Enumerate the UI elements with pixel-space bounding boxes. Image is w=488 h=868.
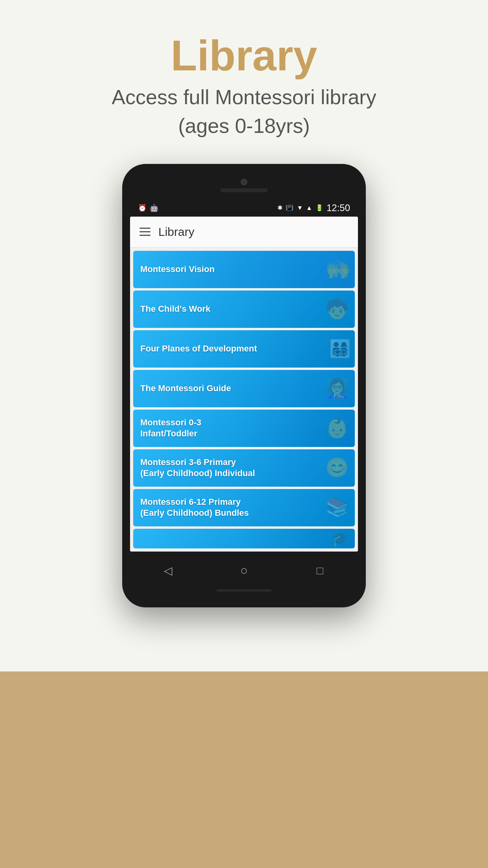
phone-speaker — [220, 188, 268, 192]
phone-top-bezel — [130, 172, 358, 199]
phone-chin — [216, 589, 272, 592]
item-label: Montessori 6-12 Primary (Early Childhood… — [140, 497, 259, 519]
subtitle-line2: (ages 0-18yrs) — [178, 114, 310, 137]
item-label: The Montessori Guide — [140, 383, 231, 394]
item-label-container: Montessori 0-3 Infant/Toddler — [133, 410, 266, 447]
status-bar: ⏰ 🤖 ✱ 📳 ▼ ▲ 🔋 12:50 — [130, 199, 358, 217]
list-item[interactable]: 👶 Montessori 0-3 Infant/Toddler — [133, 410, 355, 447]
phone-camera — [241, 179, 247, 185]
hamburger-line-1 — [139, 228, 150, 229]
app-screen: Library 🙌 Montessori Vision 🧒 — [130, 217, 358, 552]
item-label: Four Planes of Development — [140, 343, 257, 355]
page-content: Library Access full Montessori library (… — [0, 0, 488, 607]
item-label-container: The Montessori Guide — [133, 370, 266, 407]
item-label-container: Montessori 6-12 Primary (Early Childhood… — [133, 489, 266, 526]
hamburger-line-2 — [139, 231, 150, 232]
phone-frame: ⏰ 🤖 ✱ 📳 ▼ ▲ 🔋 12:50 Library — [122, 164, 366, 607]
hamburger-line-3 — [139, 235, 150, 236]
nav-home-button[interactable] — [234, 561, 254, 581]
bluetooth-icon: ✱ — [277, 204, 283, 211]
vibrate-icon: 📳 — [286, 204, 294, 211]
app-toolbar: Library — [130, 217, 358, 248]
list-item[interactable]: 🙌 Montessori Vision — [133, 251, 355, 288]
list-item[interactable]: 👩‍🏫 The Montessori Guide — [133, 370, 355, 407]
list-item[interactable]: 👨‍👩‍👧‍👦 Four Planes of Development — [133, 330, 355, 368]
toolbar-title: Library — [158, 225, 194, 239]
signal-icon: ▲ — [306, 204, 312, 211]
list-item[interactable]: 🎓 — [133, 529, 355, 548]
status-right-icons: ✱ 📳 ▼ ▲ 🔋 12:50 — [277, 202, 350, 213]
page-title: Library — [112, 31, 376, 79]
hamburger-menu-button[interactable] — [139, 228, 150, 236]
list-item[interactable]: 📚 Montessori 6-12 Primary (Early Childho… — [133, 489, 355, 526]
alarm-icon: ⏰ — [138, 204, 147, 212]
status-time: 12:50 — [327, 202, 350, 213]
header-section: Library Access full Montessori library (… — [112, 0, 376, 164]
item-label: Montessori 3-6 Primary (Early Childhood)… — [140, 457, 259, 479]
item-label: Montessori 0-3 Infant/Toddler — [140, 417, 259, 440]
list-item[interactable]: 🧒 The Child's Work — [133, 291, 355, 328]
item-label-container: Four Planes of Development — [133, 330, 266, 368]
wifi-icon: ▼ — [297, 204, 303, 211]
android-icon: 🤖 — [150, 204, 158, 212]
page-subtitle: Access full Montessori library (ages 0-1… — [112, 83, 376, 140]
item-label: Montessori Vision — [140, 264, 215, 275]
item-label-container: Montessori 3-6 Primary (Early Childhood)… — [133, 449, 266, 487]
item-label-container — [133, 529, 266, 548]
nav-bar — [130, 555, 358, 586]
battery-icon: 🔋 — [316, 204, 323, 211]
library-list: 🙌 Montessori Vision 🧒 The Child's Work — [130, 248, 358, 552]
item-label: The Child's Work — [140, 303, 210, 315]
item-label-container: Montessori Vision — [133, 251, 266, 288]
background-bottom — [0, 671, 488, 868]
nav-recent-button[interactable] — [310, 561, 330, 581]
list-item[interactable]: 😊 Montessori 3-6 Primary (Early Childhoo… — [133, 449, 355, 487]
nav-back-button[interactable] — [158, 561, 178, 581]
item-label-container: The Child's Work — [133, 291, 266, 328]
status-left-icons: ⏰ 🤖 — [138, 204, 158, 212]
subtitle-line1: Access full Montessori library — [112, 86, 376, 108]
phone-bottom-bezel — [130, 552, 358, 600]
